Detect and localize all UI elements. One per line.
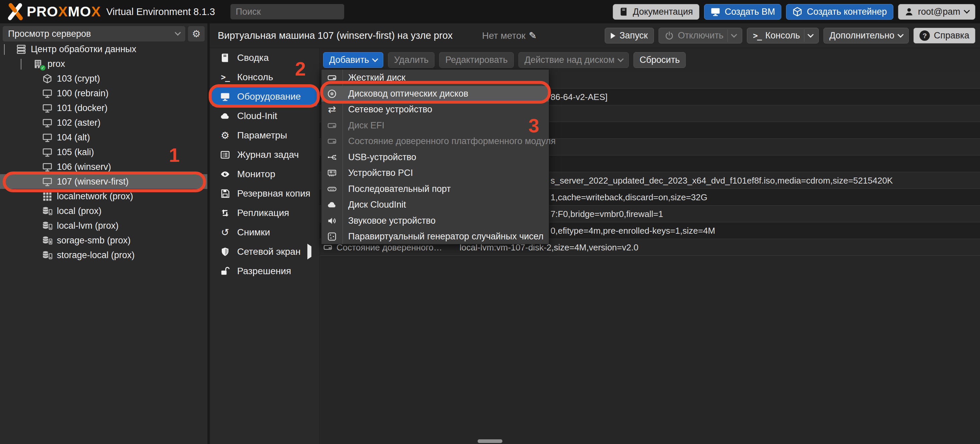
view-mode-select[interactable]: Просмотр серверов (3, 26, 185, 41)
create-vm-button[interactable]: Создать ВМ (704, 4, 782, 20)
menu-item-console[interactable]: >_ Консоль (212, 68, 317, 87)
menu-item-hardware-active[interactable]: Оборудование (212, 87, 317, 106)
menu-item-hard-disk[interactable]: Жесткий диск (321, 70, 549, 86)
menu-item-replication[interactable]: Репликация (212, 203, 317, 223)
floppy-icon (219, 189, 231, 198)
menu-item-cloudinit[interactable]: Cloud-Init (212, 106, 317, 126)
page-title: Виртуальная машина 107 (winserv-first) н… (218, 30, 453, 41)
tags-label: Нет меток (482, 30, 525, 41)
chevron-down-icon (175, 29, 181, 35)
tree-item-vm-101[interactable]: 101 (docker) (0, 101, 207, 115)
vm-menu: Сводка >_ Консоль Оборудование Cloud-Ini… (210, 48, 320, 444)
tree-item-datacenter[interactable]: Центр обработки данных (0, 42, 207, 57)
disk-action-button[interactable]: Действие над диском (519, 52, 629, 68)
vm-icon (41, 162, 53, 172)
console-button[interactable]: >_ Консоль (747, 28, 819, 43)
chevron-down-icon[interactable] (731, 32, 737, 38)
user-icon (904, 7, 914, 16)
storage-icon (41, 206, 53, 216)
tree-item-node-prox[interactable]: ✓ prox (0, 57, 207, 71)
chevron-down-icon (618, 56, 624, 62)
search-input[interactable] (231, 4, 344, 19)
documentation-button[interactable]: Документация (613, 4, 699, 20)
terminal-icon: >_ (753, 31, 761, 40)
status-online-icon: ✓ (40, 65, 46, 71)
vm-icon (41, 118, 53, 128)
user-menu-button[interactable]: root@pam (898, 4, 975, 20)
add-button[interactable]: Добавить (323, 52, 383, 68)
tree-item-storage-local[interactable]: local (prox) (0, 204, 207, 218)
tree-item-vm-104[interactable]: 104 (alt) (0, 130, 207, 145)
menu-item-network-device[interactable]: ⇄ Сетевое устройство (321, 101, 549, 118)
cloud-icon (321, 200, 342, 209)
edit-button[interactable]: Редактировать (439, 52, 514, 68)
usb-icon (321, 152, 342, 162)
menu-item-monitor[interactable]: Монитор (212, 165, 317, 184)
menu-item-summary[interactable]: Сводка (212, 48, 317, 68)
chevron-down-icon (964, 7, 970, 13)
chevron-down-icon (897, 32, 904, 38)
vm-icon (41, 132, 53, 143)
horizontal-scrollbar-thumb[interactable] (477, 439, 503, 443)
help-button[interactable]: ? Справка (913, 28, 975, 43)
more-button[interactable]: Дополнительно (824, 28, 909, 43)
tree-item-ct-103[interactable]: 103 (crypt) (0, 71, 207, 86)
chevron-down-icon[interactable] (21, 59, 28, 69)
tree-item-vm-102[interactable]: 102 (aster) (0, 115, 207, 130)
tree-item-vm-100[interactable]: 100 (rebrain) (0, 86, 207, 101)
storage-icon (41, 250, 53, 260)
version-label: Virtual Environment 8.1.3 (107, 6, 215, 17)
tree-settings-button[interactable]: ⚙ (188, 26, 205, 41)
tree-item-storage-smb[interactable]: sorage-smb (prox) (0, 233, 207, 248)
vm-action-buttons: Запуск Отключить >_ Консоль Дополнительн… (605, 28, 975, 43)
top-bar: PROXMOX Virtual Environment 8.1.3 Докуме… (0, 0, 980, 24)
add-dropdown-menu: Жесткий диск Дисковод оптических дисков … (321, 69, 549, 244)
menu-item-usb-device[interactable]: USB-устройство (321, 149, 549, 165)
edit-tags-pencil-icon[interactable]: ✎ (529, 30, 536, 41)
eye-icon (219, 169, 231, 179)
menu-item-efi-disk-disabled[interactable]: Диск EFI (321, 118, 549, 134)
chevron-down-icon[interactable] (807, 32, 813, 38)
tree-item-vm-105[interactable]: 105 (kali) (0, 145, 207, 160)
submenu-arrow-icon (307, 246, 312, 257)
remove-button[interactable]: Удалить (388, 52, 434, 68)
hdd-icon (321, 136, 342, 146)
serial-icon (321, 184, 342, 194)
create-container-button[interactable]: Создать контейнер (786, 4, 893, 20)
cube-icon (792, 7, 802, 17)
menu-item-backup[interactable]: Резервная копия (212, 184, 317, 203)
shutdown-button[interactable]: Отключить (659, 28, 742, 43)
storage-icon (41, 235, 53, 246)
chevron-down-icon[interactable] (4, 44, 11, 54)
tree-item-storage-local-lvm[interactable]: local-lvm (prox) (0, 218, 207, 233)
revert-button[interactable]: Сбросить (633, 52, 686, 68)
menu-item-audio-device[interactable]: Звуковое устройство (321, 213, 549, 229)
hardware-toolbar: Добавить Удалить Редактировать Действие … (323, 52, 686, 68)
shield-icon (219, 247, 231, 257)
snapshots-icon: ↺ (219, 228, 231, 237)
menu-item-serial-port[interactable]: Последовательный порт (321, 181, 549, 197)
play-icon (611, 33, 616, 39)
menu-item-options[interactable]: ⚙ Параметры (212, 126, 317, 145)
menu-item-pci-device[interactable]: Устройство PCI (321, 165, 549, 181)
datacenter-icon (15, 44, 27, 54)
menu-item-virtio-rng[interactable]: Паравиртуальный генератор случайных чисе… (321, 229, 549, 245)
tree-item-vm-107-selected[interactable]: 107 (winserv-first) (0, 174, 207, 189)
start-button[interactable]: Запуск (605, 28, 654, 43)
menu-item-tpm-disabled[interactable]: Состояние доверенного платформенного мод… (321, 133, 549, 149)
menu-item-snapshots[interactable]: ↺ Снимки (212, 223, 317, 242)
book-icon (619, 7, 628, 16)
terminal-icon: >_ (219, 73, 231, 82)
network-icon (41, 191, 53, 201)
tree-item-storage-local2[interactable]: storage-local (prox) (0, 248, 207, 262)
menu-item-permissions[interactable]: Разрешения (212, 262, 317, 281)
tree-item-localnetwork[interactable]: localnetwork (prox) (0, 189, 207, 204)
brand-wordmark: PROXMOX (27, 4, 101, 20)
menu-item-cdrom-highlighted[interactable]: Дисковод оптических дисков (321, 86, 549, 102)
menu-item-firewall[interactable]: Сетевой экран (212, 242, 317, 262)
menu-item-task-history[interactable]: Журнал задач (212, 145, 317, 165)
tree-item-vm-106[interactable]: 106 (winserv) (0, 160, 207, 174)
hdd-icon (321, 73, 342, 82)
book-icon (219, 53, 231, 63)
menu-item-cloudinit-disk[interactable]: Диск CloudInit (321, 197, 549, 213)
